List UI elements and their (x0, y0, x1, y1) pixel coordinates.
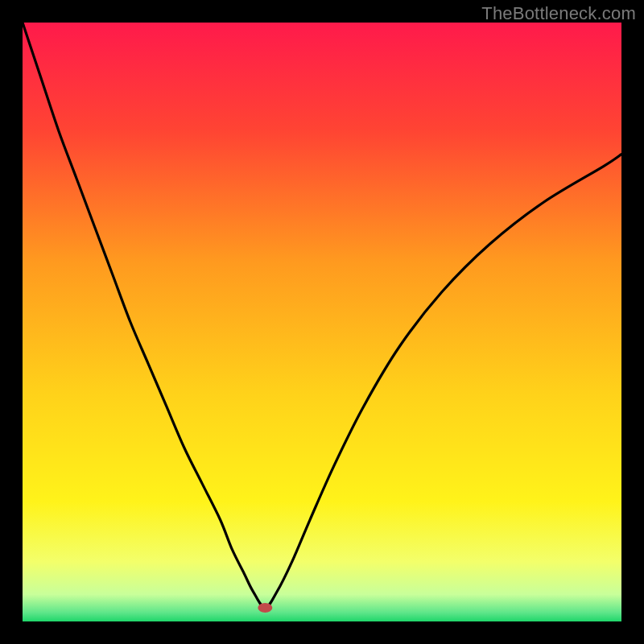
optimum-marker (258, 603, 272, 613)
watermark-text: TheBottleneck.com (481, 3, 636, 24)
bottleneck-chart (23, 23, 621, 621)
gradient-background (23, 23, 621, 621)
chart-frame (23, 23, 621, 621)
